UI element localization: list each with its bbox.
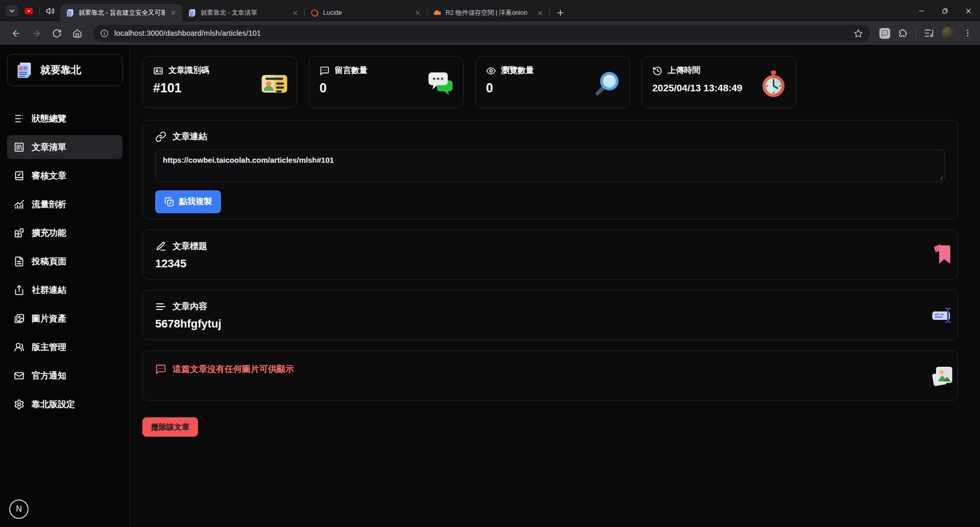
tab-title: R2 物件儲存空間 | 洋蔥onion <box>446 9 532 17</box>
blocks-icon <box>14 228 24 238</box>
tab-divider <box>39 7 40 15</box>
article-url-value: https://cowbei.taicoolah.com/articles/ml… <box>163 156 334 164</box>
article-content-card: 文章內容 5678hfgfytuj <box>142 290 958 340</box>
cloudflare-favicon <box>433 9 442 17</box>
tab-divider <box>549 9 550 17</box>
profile-avatar[interactable] <box>942 27 955 40</box>
sidebar-item-label: 流量剖析 <box>32 198 66 210</box>
speech-balloon-emoji <box>427 70 455 98</box>
images-icon <box>14 313 24 324</box>
sidebar-item-image-assets[interactable]: 圖片資產 <box>7 307 122 331</box>
sidebar-item-submission-page[interactable]: 投稿頁面 <box>7 249 122 273</box>
link-icon <box>155 131 166 142</box>
section-title: 文章連結 <box>173 131 207 142</box>
tab-search-button[interactable] <box>5 5 18 16</box>
stat-label: 瀏覽數量 <box>501 65 534 76</box>
tab-r2-storage[interactable]: R2 物件儲存空間 | 洋蔥onion <box>427 4 549 21</box>
lucide-favicon <box>310 9 319 17</box>
site-info-icon[interactable] <box>100 29 109 38</box>
sidebar: 就要靠北 狀態總覽 文章清單 審核文章 流量剖析 擴充功能 <box>0 45 130 527</box>
sidebar-item-article-list[interactable]: 文章清單 <box>7 135 122 159</box>
app-logo[interactable]: 就要靠北 <box>7 54 122 86</box>
user-avatar-badge[interactable]: N <box>9 499 29 519</box>
url-text[interactable]: localhost:3000/dashboard/mlsh/articles/1… <box>114 29 848 37</box>
newspaper-logo-icon <box>15 61 34 80</box>
sidebar-item-status-overview[interactable]: 狀態總覽 <box>7 107 122 131</box>
tab-close-icon[interactable] <box>536 9 545 17</box>
bookmark-star-icon[interactable] <box>853 29 863 38</box>
stat-card-upload-time: 上傳時間 2025/04/13 13:48:49 <box>642 56 796 108</box>
toolbar-divider <box>916 29 916 38</box>
delete-article-button[interactable]: 撤除該文章 <box>142 417 198 437</box>
article-url-textarea[interactable]: https://cowbei.taicoolah.com/articles/ml… <box>155 149 945 182</box>
stat-label: 上傳時間 <box>668 65 700 76</box>
audio-speaker-icon[interactable] <box>45 6 55 16</box>
sidebar-item-traffic-analytics[interactable]: 流量剖析 <box>7 192 122 216</box>
history-clock-icon <box>652 66 663 76</box>
address-bar[interactable]: localhost:3000/dashboard/mlsh/articles/1… <box>93 25 870 42</box>
home-button[interactable] <box>68 24 86 42</box>
users-icon <box>14 342 24 353</box>
sidebar-item-label: 版主管理 <box>32 341 66 353</box>
bookmark-emoji <box>930 242 954 267</box>
window-close-button[interactable] <box>957 0 980 21</box>
sidebar-item-label: 靠北版設定 <box>32 398 75 410</box>
tab-article-detail[interactable]: 就要靠北 - 旨在建立安全又可靠 <box>60 4 182 21</box>
menu-dots-icon[interactable] <box>963 28 973 38</box>
pen-icon <box>155 241 166 252</box>
stats-row: 文章識別碼 #101 留言數量 0 瀏覽數量 0 <box>142 56 958 108</box>
book-check-icon <box>14 170 24 181</box>
stat-card-article-id: 文章識別碼 #101 <box>142 56 297 108</box>
sidebar-item-extensions[interactable]: 擴充功能 <box>7 221 122 245</box>
tab-lucide[interactable]: Lucide <box>305 4 427 21</box>
reading-list-icon[interactable] <box>924 28 934 38</box>
sidebar-item-moderator-management[interactable]: 版主管理 <box>7 335 122 359</box>
back-button[interactable] <box>7 24 24 42</box>
article-title-value: 12345 <box>155 257 945 270</box>
tab-strip: 就要靠北 - 旨在建立安全又可靠 就要靠北 - 文章清單 Lucide R2 物… <box>60 4 568 21</box>
sidebar-item-label: 投稿頁面 <box>32 256 66 267</box>
tab-article-list[interactable]: 就要靠北 - 文章清單 <box>182 4 304 21</box>
no-images-card: 這篇文章沒有任何圖片可供顯示 <box>142 350 958 401</box>
article-content-value: 5678hfgfytuj <box>155 317 945 331</box>
tab-close-icon[interactable] <box>169 9 178 17</box>
file-sliders-icon <box>14 256 24 267</box>
new-tab-button[interactable] <box>553 6 568 20</box>
window-restore-button[interactable] <box>933 0 957 21</box>
stopwatch-emoji <box>760 70 788 98</box>
mail-icon <box>14 370 24 381</box>
sidebar-item-social-links[interactable]: 社群連結 <box>7 278 122 302</box>
sidebar-item-board-settings[interactable]: 靠北版設定 <box>7 392 122 416</box>
sidebar-item-official-notices[interactable]: 官方通知 <box>7 364 122 388</box>
tab-close-icon[interactable] <box>291 9 300 17</box>
sidebar-item-label: 官方通知 <box>32 370 66 382</box>
logs-icon <box>14 113 24 124</box>
sidebar-item-label: 審核文章 <box>32 170 66 182</box>
tab-close-icon[interactable] <box>413 9 422 17</box>
section-title: 文章內容 <box>173 300 207 312</box>
reload-button[interactable] <box>48 24 65 42</box>
resize-handle-icon[interactable] <box>937 174 943 180</box>
newspaper-favicon <box>66 9 75 17</box>
share-icon <box>14 285 24 295</box>
article-link-card: 文章連結 https://cowbei.taicoolah.com/articl… <box>142 120 958 219</box>
stat-card-comment-count: 留言數量 0 <box>309 56 463 108</box>
forward-button[interactable] <box>28 24 45 42</box>
line-extension-icon[interactable] <box>879 28 890 39</box>
stat-card-view-count: 瀏覽數量 0 <box>475 56 630 108</box>
message-square-icon <box>155 364 166 375</box>
copy-link-button[interactable]: 點我複製 <box>155 190 221 213</box>
tab-title: Lucide <box>323 9 409 16</box>
window-minimize-button[interactable] <box>910 0 933 21</box>
copy-icon <box>164 197 174 207</box>
app-logo-text: 就要靠北 <box>40 63 81 77</box>
sidebar-item-review-articles[interactable]: 審核文章 <box>7 164 122 188</box>
text-lines-icon <box>155 301 166 312</box>
extensions-puzzle-icon[interactable] <box>898 28 908 38</box>
magnifier-emoji <box>593 70 621 98</box>
newspaper-favicon <box>188 9 197 17</box>
youtube-pinned-tab-icon[interactable] <box>24 6 34 16</box>
browser-titlebar: 就要靠北 - 旨在建立安全又可靠 就要靠北 - 文章清單 Lucide R2 物… <box>0 0 980 21</box>
copy-button-label: 點我複製 <box>179 196 212 207</box>
stat-label: 文章識別碼 <box>168 65 209 76</box>
